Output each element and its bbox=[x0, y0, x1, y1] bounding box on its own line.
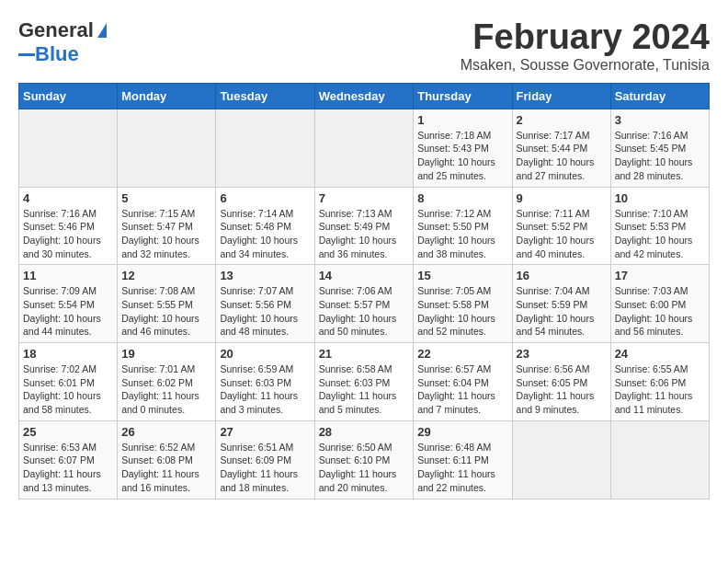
day-info: Sunrise: 7:08 AM Sunset: 5:55 PM Dayligh… bbox=[121, 284, 211, 339]
day-info: Sunrise: 7:18 AM Sunset: 5:43 PM Dayligh… bbox=[417, 129, 507, 183]
day-info: Sunrise: 7:06 AM Sunset: 5:57 PM Dayligh… bbox=[319, 284, 410, 339]
logo-triangle-icon bbox=[97, 23, 107, 38]
day-number: 17 bbox=[615, 269, 705, 282]
calendar-cell: 20Sunrise: 6:59 AM Sunset: 6:03 PM Dayli… bbox=[216, 343, 314, 421]
calendar-cell: 23Sunrise: 6:56 AM Sunset: 6:05 PM Dayli… bbox=[512, 343, 610, 421]
calendar-week-3: 11Sunrise: 7:09 AM Sunset: 5:54 PM Dayli… bbox=[19, 265, 710, 343]
logo-bottom: Blue bbox=[18, 42, 79, 66]
calendar-cell: 25Sunrise: 6:53 AM Sunset: 6:07 PM Dayli… bbox=[19, 420, 118, 499]
day-number: 18 bbox=[23, 347, 113, 361]
day-info: Sunrise: 7:12 AM Sunset: 5:50 PM Dayligh… bbox=[417, 207, 507, 261]
calendar-cell: 9Sunrise: 7:11 AM Sunset: 5:52 PM Daylig… bbox=[512, 187, 610, 265]
calendar-cell: 10Sunrise: 7:10 AM Sunset: 5:53 PM Dayli… bbox=[610, 187, 709, 265]
day-number: 28 bbox=[319, 425, 410, 439]
calendar-cell: 1Sunrise: 7:18 AM Sunset: 5:43 PM Daylig… bbox=[414, 109, 512, 187]
calendar-cell: 14Sunrise: 7:06 AM Sunset: 5:57 PM Dayli… bbox=[314, 265, 414, 343]
calendar-cell: 7Sunrise: 7:13 AM Sunset: 5:49 PM Daylig… bbox=[314, 187, 414, 265]
calendar-cell: 2Sunrise: 7:17 AM Sunset: 5:44 PM Daylig… bbox=[512, 109, 610, 187]
day-info: Sunrise: 7:16 AM Sunset: 5:45 PM Dayligh… bbox=[615, 129, 705, 183]
calendar-cell bbox=[314, 109, 414, 187]
day-number: 11 bbox=[23, 269, 113, 282]
day-number: 12 bbox=[121, 269, 211, 282]
calendar-cell: 3Sunrise: 7:16 AM Sunset: 5:45 PM Daylig… bbox=[610, 109, 709, 187]
day-info: Sunrise: 6:55 AM Sunset: 6:06 PM Dayligh… bbox=[615, 362, 705, 417]
day-info: Sunrise: 7:09 AM Sunset: 5:54 PM Dayligh… bbox=[23, 284, 113, 339]
calendar-cell: 18Sunrise: 7:02 AM Sunset: 6:01 PM Dayli… bbox=[19, 343, 118, 421]
day-number: 22 bbox=[417, 347, 507, 361]
logo: General Blue bbox=[18, 18, 107, 66]
header-day-thursday: Thursday bbox=[414, 83, 512, 109]
header-day-tuesday: Tuesday bbox=[216, 83, 314, 109]
calendar-cell: 11Sunrise: 7:09 AM Sunset: 5:54 PM Dayli… bbox=[19, 265, 118, 343]
calendar-cell: 22Sunrise: 6:57 AM Sunset: 6:04 PM Dayli… bbox=[414, 343, 512, 421]
day-number: 15 bbox=[417, 269, 507, 282]
day-info: Sunrise: 7:02 AM Sunset: 6:01 PM Dayligh… bbox=[23, 362, 113, 417]
calendar-week-4: 18Sunrise: 7:02 AM Sunset: 6:01 PM Dayli… bbox=[19, 343, 710, 421]
day-info: Sunrise: 6:52 AM Sunset: 6:08 PM Dayligh… bbox=[121, 441, 211, 495]
calendar-cell: 29Sunrise: 6:48 AM Sunset: 6:11 PM Dayli… bbox=[414, 420, 512, 499]
calendar-cell: 5Sunrise: 7:15 AM Sunset: 5:47 PM Daylig… bbox=[118, 187, 216, 265]
day-info: Sunrise: 6:53 AM Sunset: 6:07 PM Dayligh… bbox=[23, 441, 113, 495]
day-info: Sunrise: 6:58 AM Sunset: 6:03 PM Dayligh… bbox=[319, 362, 410, 417]
calendar-week-5: 25Sunrise: 6:53 AM Sunset: 6:07 PM Dayli… bbox=[19, 420, 710, 499]
day-number: 10 bbox=[615, 191, 705, 205]
title-area: February 2024 Msaken, Sousse Governorate… bbox=[461, 18, 710, 74]
calendar-cell bbox=[610, 420, 709, 499]
day-number: 8 bbox=[417, 191, 507, 205]
day-info: Sunrise: 6:57 AM Sunset: 6:04 PM Dayligh… bbox=[417, 362, 507, 417]
day-number: 19 bbox=[121, 347, 211, 361]
day-number: 25 bbox=[23, 425, 113, 439]
day-number: 14 bbox=[319, 269, 410, 282]
calendar-cell bbox=[118, 109, 216, 187]
day-number: 29 bbox=[417, 425, 507, 439]
calendar-cell bbox=[216, 109, 314, 187]
calendar-week-2: 4Sunrise: 7:16 AM Sunset: 5:46 PM Daylig… bbox=[19, 187, 710, 265]
day-number: 7 bbox=[319, 191, 410, 205]
day-info: Sunrise: 6:48 AM Sunset: 6:11 PM Dayligh… bbox=[417, 441, 507, 495]
day-info: Sunrise: 7:17 AM Sunset: 5:44 PM Dayligh… bbox=[517, 129, 607, 183]
day-info: Sunrise: 7:01 AM Sunset: 6:02 PM Dayligh… bbox=[121, 362, 211, 417]
header-day-friday: Friday bbox=[512, 83, 610, 109]
calendar-cell: 21Sunrise: 6:58 AM Sunset: 6:03 PM Dayli… bbox=[314, 343, 414, 421]
calendar-cell: 13Sunrise: 7:07 AM Sunset: 5:56 PM Dayli… bbox=[216, 265, 314, 343]
header-day-saturday: Saturday bbox=[610, 83, 709, 109]
calendar-cell: 16Sunrise: 7:04 AM Sunset: 5:59 PM Dayli… bbox=[512, 265, 610, 343]
logo-line-icon bbox=[18, 53, 35, 56]
calendar-cell: 26Sunrise: 6:52 AM Sunset: 6:08 PM Dayli… bbox=[118, 420, 216, 499]
day-number: 16 bbox=[517, 269, 607, 282]
day-number: 24 bbox=[615, 347, 705, 361]
calendar-cell: 12Sunrise: 7:08 AM Sunset: 5:55 PM Dayli… bbox=[118, 265, 216, 343]
day-info: Sunrise: 7:03 AM Sunset: 6:00 PM Dayligh… bbox=[615, 284, 705, 339]
day-number: 5 bbox=[121, 191, 211, 205]
day-number: 23 bbox=[517, 347, 607, 361]
day-info: Sunrise: 6:50 AM Sunset: 6:10 PM Dayligh… bbox=[319, 441, 410, 495]
day-number: 21 bbox=[319, 347, 410, 361]
day-info: Sunrise: 7:13 AM Sunset: 5:49 PM Dayligh… bbox=[319, 207, 410, 261]
calendar-cell bbox=[19, 109, 118, 187]
day-number: 6 bbox=[220, 191, 310, 205]
calendar-cell: 15Sunrise: 7:05 AM Sunset: 5:58 PM Dayli… bbox=[414, 265, 512, 343]
day-info: Sunrise: 7:11 AM Sunset: 5:52 PM Dayligh… bbox=[517, 207, 607, 261]
page-title: February 2024 bbox=[461, 18, 710, 57]
day-number: 20 bbox=[220, 347, 310, 361]
day-number: 1 bbox=[417, 113, 507, 127]
day-info: Sunrise: 7:05 AM Sunset: 5:58 PM Dayligh… bbox=[417, 284, 507, 339]
day-info: Sunrise: 7:16 AM Sunset: 5:46 PM Dayligh… bbox=[23, 207, 113, 261]
calendar-cell: 17Sunrise: 7:03 AM Sunset: 6:00 PM Dayli… bbox=[610, 265, 709, 343]
calendar-cell: 28Sunrise: 6:50 AM Sunset: 6:10 PM Dayli… bbox=[314, 420, 414, 499]
calendar-cell: 27Sunrise: 6:51 AM Sunset: 6:09 PM Dayli… bbox=[216, 420, 314, 499]
day-number: 26 bbox=[121, 425, 211, 439]
day-number: 3 bbox=[615, 113, 705, 127]
day-number: 13 bbox=[220, 269, 310, 282]
calendar-header-row: SundayMondayTuesdayWednesdayThursdayFrid… bbox=[19, 83, 710, 109]
header-day-wednesday: Wednesday bbox=[314, 83, 414, 109]
day-info: Sunrise: 6:51 AM Sunset: 6:09 PM Dayligh… bbox=[220, 441, 310, 495]
calendar-table: SundayMondayTuesdayWednesdayThursdayFrid… bbox=[18, 83, 710, 500]
day-number: 4 bbox=[23, 191, 113, 205]
calendar-cell: 4Sunrise: 7:16 AM Sunset: 5:46 PM Daylig… bbox=[19, 187, 118, 265]
logo-general: General bbox=[18, 18, 94, 42]
calendar-week-1: 1Sunrise: 7:18 AM Sunset: 5:43 PM Daylig… bbox=[19, 109, 710, 187]
logo-blue: Blue bbox=[35, 42, 79, 66]
page-subtitle: Msaken, Sousse Governorate, Tunisia bbox=[461, 57, 710, 74]
calendar-cell: 24Sunrise: 6:55 AM Sunset: 6:06 PM Dayli… bbox=[610, 343, 709, 421]
